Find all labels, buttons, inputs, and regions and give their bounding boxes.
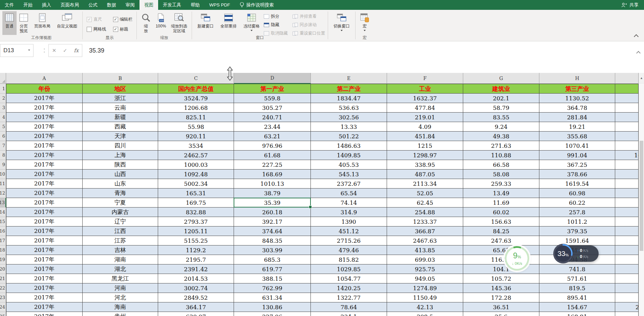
cell-A5[interactable]: 2017年 [6,122,83,132]
cell-G8[interactable]: 110.88 [463,151,539,160]
cell-partial-6[interactable] [615,132,639,141]
cell-partial-21[interactable] [615,274,639,283]
cell-D13[interactable]: 35.39 [234,198,311,208]
cell-B9[interactable]: 陕西 [83,160,158,170]
column-header-G[interactable]: G [463,73,539,84]
cell-H3[interactable]: 364.78 [539,103,615,113]
cell-A11[interactable]: 2017年 [6,179,83,189]
row-header-5[interactable]: 5 [0,122,6,132]
cell-B21[interactable]: 黑龙江 [83,274,158,283]
formula-input[interactable]: 35.39 [89,44,104,57]
cell-D9[interactable]: 227.25 [234,160,311,170]
row-header-22[interactable]: 22 [0,283,6,293]
cell-B18[interactable]: 吉林 [83,245,158,255]
cell-A10[interactable]: 2017年 [6,170,83,179]
cell-E13[interactable]: 74.14 [311,198,387,208]
cell-D10[interactable]: 168.69 [234,170,311,179]
cell-D4[interactable]: 240.71 [234,113,311,122]
row-header-6[interactable]: 6 [0,132,6,141]
row-header-1[interactable]: 1 [0,84,6,94]
cell-partial-7[interactable] [615,141,639,151]
normal-view-button[interactable]: 普通 [2,11,17,35]
row-header-10[interactable]: 10 [0,170,6,179]
cell-H8[interactable]: 991.04 [539,151,615,160]
cell-F17[interactable]: 2467.63 [387,236,463,245]
cell-E6[interactable]: 501.22 [311,132,387,141]
cell-C25[interactable]: 630.07 [158,312,234,316]
cell-B11[interactable]: 山东 [83,179,158,189]
page-layout-view-button[interactable]: 页面布局 [31,11,54,35]
cell-partial-17[interactable] [615,236,639,245]
cell-E23[interactable]: 1322.77 [311,293,387,302]
column-header-partial[interactable] [615,73,639,84]
cell-H2[interactable]: 1130.52 [539,94,615,103]
cell-D15[interactable]: 392.17 [234,217,311,226]
cell-F12[interactable]: 52.05 [387,189,463,198]
cell-D18[interactable]: 303.99 [234,245,311,255]
cell-C8[interactable]: 2462.57 [158,151,234,160]
page-break-preview-button[interactable]: 分页预览 [17,11,31,35]
cell-C18[interactable]: 1129.2 [158,245,234,255]
cell-B22[interactable]: 河南 [83,283,158,293]
checkbox-网格线[interactable]: 网格线 [87,26,106,32]
column-header-A[interactable]: A [6,73,83,84]
cell-H17[interactable]: 1591.64 [539,236,615,245]
cell-F20[interactable]: 925.75 [387,264,463,274]
row-header-14[interactable]: 14 [0,208,6,217]
cell-E17[interactable]: 2715.26 [311,236,387,245]
cell-F16[interactable]: 366.87 [387,226,463,236]
enter-icon[interactable]: ✓ [63,47,67,54]
header-cell-partial[interactable] [615,84,639,94]
cell-F21[interactable]: 949.05 [387,274,463,283]
cell-H15[interactable]: 1011.2 [539,217,615,226]
tab-公式[interactable]: 公式 [84,0,102,10]
insert-function-icon[interactable]: fx [74,47,79,54]
row-header-8[interactable]: 8 [0,151,6,160]
cell-D21[interactable]: 388.15 [234,274,311,283]
cell-G10[interactable]: 58.08 [463,170,539,179]
tab-审阅[interactable]: 审阅 [121,0,139,10]
cell-H13[interactable]: 60.22 [539,198,615,208]
row-header-7[interactable]: 7 [0,141,6,151]
tab-插入[interactable]: 插入 [37,0,56,10]
tab-数据[interactable]: 数据 [102,0,121,10]
cell-F7[interactable]: 1215 [387,141,463,151]
cell-A23[interactable]: 2017年 [6,293,83,302]
column-header-C[interactable]: C [158,73,234,84]
cell-E8[interactable]: 1409.85 [311,151,387,160]
tab-帮助[interactable]: 帮助 [186,0,205,10]
cell-H5[interactable]: 19.21 [539,122,615,132]
cell-B12[interactable]: 青海 [83,189,158,198]
cell-A24[interactable]: 2017年 [6,302,83,312]
zoom-to-selection-button[interactable]: 缩放到选定区域 [169,11,190,35]
cell-partial-25[interactable] [615,312,639,316]
cell-H16[interactable]: 379.35 [539,226,615,236]
custom-views-button[interactable]: 自定义视图 [54,11,80,35]
scrollbar-thumb[interactable] [640,141,643,251]
cell-G25[interactable]: 25.6 [463,312,539,316]
net-progress-circle[interactable]: 33% [553,243,574,264]
cell-C15[interactable]: 2793.37 [158,217,234,226]
cell-partial-23[interactable] [615,293,639,302]
cell-A17[interactable]: 2017年 [6,236,83,245]
cell-D3[interactable]: 305.27 [234,103,311,113]
cell-F10[interactable]: 487.05 [387,170,463,179]
cell-partial-10[interactable] [615,170,639,179]
row-header-3[interactable]: 3 [0,103,6,113]
cell-E19[interactable]: 815.82 [311,255,387,264]
cell-B15[interactable]: 辽宁 [83,217,158,226]
cell-partial-11[interactable] [615,179,639,189]
cell-D25[interactable]: 227.06 [234,312,311,316]
cell-G2[interactable]: 202.1 [463,94,539,103]
cell-E24[interactable]: 78.64 [311,302,387,312]
cell-partial-15[interactable] [615,217,639,226]
cell-C19[interactable]: 2195.7 [158,255,234,264]
row-header-2[interactable]: 2 [0,94,6,103]
cell-B3[interactable]: 云南 [83,103,158,113]
cell-D11[interactable]: 1010.13 [234,179,311,189]
cell-E10[interactable]: 545.13 [311,170,387,179]
cell-B7[interactable]: 四川 [83,141,158,151]
row-header-24[interactable]: 24 [0,302,6,312]
row-header-21[interactable]: 21 [0,274,6,283]
cell-E18[interactable]: 479.46 [311,245,387,255]
